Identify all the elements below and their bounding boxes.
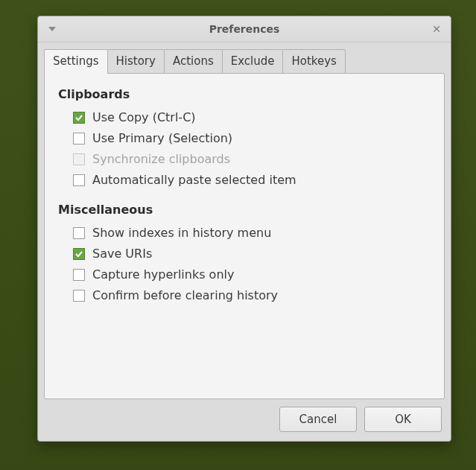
option-use-copy[interactable]: Use Copy (Ctrl-C) <box>73 109 431 127</box>
checkbox-show-indexes[interactable] <box>73 227 85 239</box>
cancel-button[interactable]: Cancel <box>279 407 357 432</box>
option-label: Synchronize clipboards <box>92 150 230 168</box>
desktop-background: Preferences ✕ Settings History Actions E… <box>0 0 476 470</box>
tabpage-settings: Clipboards Use Copy (Ctrl-C) Use Primary… <box>44 73 445 399</box>
option-sync-clipboards: Synchronize clipboards <box>73 150 431 168</box>
section-title-clipboards: Clipboards <box>58 87 431 101</box>
tab-hotkeys[interactable]: Hotkeys <box>282 49 345 74</box>
titlebar[interactable]: Preferences ✕ <box>38 16 451 42</box>
window-menu-icon[interactable] <box>48 27 56 31</box>
ok-button[interactable]: OK <box>364 407 442 432</box>
section-title-misc: Miscellaneous <box>58 203 431 217</box>
option-auto-paste[interactable]: Automatically paste selected item <box>73 171 431 189</box>
close-icon: ✕ <box>432 23 441 35</box>
option-save-uris[interactable]: Save URIs <box>73 245 431 263</box>
check-icon <box>75 114 83 121</box>
window-title: Preferences <box>38 23 451 35</box>
option-label: Confirm before clearing history <box>92 287 278 305</box>
option-label: Save URIs <box>92 245 152 263</box>
checkbox-use-primary[interactable] <box>73 133 85 145</box>
preferences-window: Preferences ✕ Settings History Actions E… <box>37 16 451 442</box>
tab-settings[interactable]: Settings <box>44 49 108 74</box>
close-button[interactable]: ✕ <box>428 21 445 37</box>
checkbox-capture-hyperlinks[interactable] <box>73 269 85 281</box>
checkbox-sync-clipboards <box>73 153 85 165</box>
checkbox-save-uris[interactable] <box>73 248 85 260</box>
checkbox-confirm-clear[interactable] <box>73 290 85 302</box>
option-capture-hyperlinks[interactable]: Capture hyperlinks only <box>73 266 431 284</box>
option-label: Show indexes in history menu <box>92 224 271 242</box>
option-show-indexes[interactable]: Show indexes in history menu <box>73 224 431 242</box>
tab-history[interactable]: History <box>107 49 165 74</box>
checkbox-auto-paste[interactable] <box>73 174 85 186</box>
checkbox-use-copy[interactable] <box>73 112 85 124</box>
option-use-primary[interactable]: Use Primary (Selection) <box>73 130 431 147</box>
option-label: Use Primary (Selection) <box>92 130 232 147</box>
option-label: Capture hyperlinks only <box>92 266 234 284</box>
option-label: Automatically paste selected item <box>92 171 296 189</box>
button-bar: Cancel OK <box>38 399 451 441</box>
tab-exclude[interactable]: Exclude <box>222 49 284 74</box>
check-icon <box>75 250 83 258</box>
option-label: Use Copy (Ctrl-C) <box>92 109 196 127</box>
tabs: Settings History Actions Exclude Hotkeys <box>38 42 451 73</box>
option-confirm-clear[interactable]: Confirm before clearing history <box>73 287 431 305</box>
tab-actions[interactable]: Actions <box>164 49 223 74</box>
